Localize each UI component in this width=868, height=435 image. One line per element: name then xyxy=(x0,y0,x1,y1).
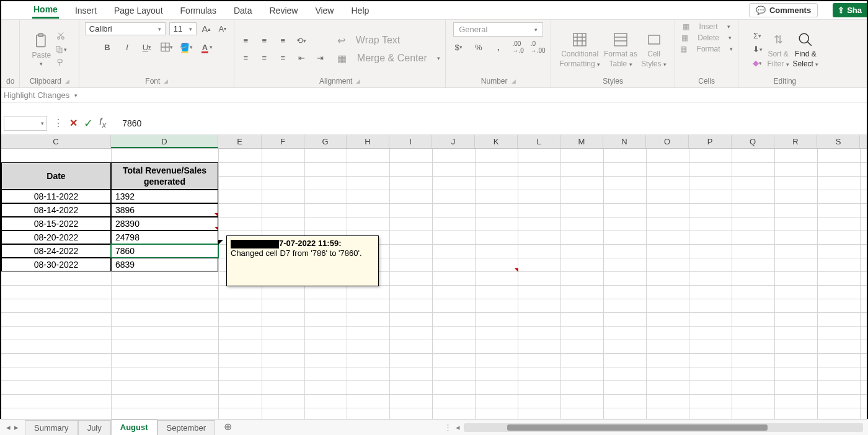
sheet-tab-summary[interactable]: Summary xyxy=(25,420,78,435)
wrap-text-button[interactable]: ↩ Wrap Text xyxy=(337,35,440,46)
add-sheet-button[interactable]: ⊕ xyxy=(215,418,241,435)
cell-value[interactable]: 3896 xyxy=(111,203,218,217)
column-header-C[interactable]: C xyxy=(1,135,111,148)
sheet-tab-july[interactable]: July xyxy=(78,420,111,435)
column-header-J[interactable]: J xyxy=(432,135,475,148)
paste-button[interactable]: Paste ▾ xyxy=(32,32,51,67)
font-color-button[interactable]: A▾ xyxy=(200,42,213,53)
column-header-M[interactable]: M xyxy=(560,135,603,148)
tab-page-layout[interactable]: Page Layout xyxy=(113,3,164,18)
increase-indent-button[interactable]: ⇥ xyxy=(314,53,326,64)
column-header-S[interactable]: S xyxy=(817,135,860,148)
cell-value[interactable]: 1392 xyxy=(111,190,218,203)
formula-input[interactable]: 7860 xyxy=(117,118,864,128)
tab-data[interactable]: Data xyxy=(232,3,254,18)
tab-view[interactable]: View xyxy=(314,3,335,18)
bold-button[interactable]: B xyxy=(101,42,113,53)
format-cells-button[interactable]: ▦ Format ▾ xyxy=(680,45,733,53)
active-cell[interactable]: 7860 xyxy=(111,244,218,258)
align-bottom-button[interactable]: ≡ xyxy=(277,35,289,46)
decrease-decimal-button[interactable]: .0→.00 xyxy=(532,42,544,53)
decrease-indent-button[interactable]: ⇤ xyxy=(295,53,308,64)
cell-value[interactable]: 6839 xyxy=(111,258,218,271)
insert-cells-button[interactable]: ▦ Insert ▾ xyxy=(683,22,730,31)
column-header-I[interactable]: I xyxy=(389,135,432,148)
cell-date[interactable]: 08-14-2022 xyxy=(1,203,111,217)
fx-menu-icon[interactable]: ⋮ xyxy=(53,117,63,129)
header-date[interactable]: Date xyxy=(1,162,111,190)
increase-decimal-button[interactable]: .00→.0 xyxy=(512,42,525,53)
percent-button[interactable]: % xyxy=(472,42,485,53)
name-box[interactable]: ▾ xyxy=(4,116,47,131)
highlight-changes-button[interactable]: Highlight Changes xyxy=(4,90,69,100)
cell-value[interactable]: 28390 xyxy=(111,217,218,231)
fill-button[interactable]: ⬇ ▾ xyxy=(751,44,764,55)
cell-value[interactable]: 24798 xyxy=(111,231,218,244)
delete-cells-button[interactable]: ▦ Delete ▾ xyxy=(681,33,732,42)
column-headers[interactable]: CDEFGHIJKLMNOPQRS xyxy=(1,135,867,149)
underline-button[interactable]: U ▾ xyxy=(141,42,153,53)
align-left-button[interactable]: ≡ xyxy=(239,53,252,64)
decrease-font-button[interactable]: A▾ xyxy=(216,24,229,35)
tab-review[interactable]: Review xyxy=(268,3,299,18)
font-name-select[interactable]: Calibri▾ xyxy=(85,22,166,35)
increase-font-button[interactable]: A▴ xyxy=(200,24,213,35)
cell-date[interactable]: 08-30-2022 xyxy=(1,258,111,271)
align-right-button[interactable]: ≡ xyxy=(277,53,289,64)
orientation-button[interactable]: ⟲▾ xyxy=(295,35,308,46)
cell-date[interactable]: 08-20-2022 xyxy=(1,231,111,244)
column-header-E[interactable]: E xyxy=(218,135,262,148)
dialog-launcher-icon[interactable]: ◢ xyxy=(164,78,168,84)
merge-center-button[interactable]: ▦ Merge & Center ▾ xyxy=(337,53,440,64)
autosum-button[interactable]: Σ ▾ xyxy=(751,30,764,42)
column-header-D[interactable]: D xyxy=(111,135,218,148)
column-header-F[interactable]: F xyxy=(262,135,304,148)
column-header-K[interactable]: K xyxy=(475,135,518,148)
column-header-R[interactable]: R xyxy=(774,135,817,148)
cell-date[interactable]: 08-24-2022 xyxy=(1,244,111,258)
header-revenue[interactable]: Total Revenue/Sales generated xyxy=(111,162,218,190)
dialog-launcher-icon[interactable]: ◢ xyxy=(65,78,69,84)
column-header-H[interactable]: H xyxy=(347,135,389,148)
confirm-edit-button[interactable]: ✓ xyxy=(84,116,93,130)
horizontal-scrollbar[interactable] xyxy=(464,423,863,432)
sheet-nav-prev-icon[interactable]: ◂ xyxy=(6,423,11,432)
hscroll-split-icon[interactable]: ⋮ xyxy=(444,423,452,432)
hscroll-left-icon[interactable]: ◂ xyxy=(456,423,460,432)
cell-date[interactable]: 08-15-2022 xyxy=(1,217,111,231)
spreadsheet-grid[interactable]: CDEFGHIJKLMNOPQRS DateTotal Revenue/Sale… xyxy=(1,135,867,419)
share-button[interactable]: ⇪ Sha xyxy=(833,3,867,17)
tab-formulas[interactable]: Formulas xyxy=(179,3,218,18)
tab-home[interactable]: Home xyxy=(32,2,59,19)
sheet-nav-next-icon[interactable]: ▸ xyxy=(14,423,19,432)
sort-filter-button[interactable]: ⇅ Sort & Filter ▾ xyxy=(768,31,789,68)
border-button[interactable]: ▾ xyxy=(161,42,173,53)
cut-button[interactable] xyxy=(55,30,67,42)
cancel-edit-button[interactable]: ✕ xyxy=(69,117,78,129)
copy-button[interactable]: ▾ xyxy=(55,44,67,55)
column-header-O[interactable]: O xyxy=(646,135,689,148)
tab-insert[interactable]: Insert xyxy=(74,3,98,18)
column-header-Q[interactable]: Q xyxy=(732,135,774,148)
column-header-P[interactable]: P xyxy=(689,135,732,148)
align-middle-button[interactable]: ≡ xyxy=(258,35,270,46)
comments-button[interactable]: 💬 Comments xyxy=(749,3,818,17)
clear-button[interactable]: ◆ ▾ xyxy=(751,58,764,69)
fx-icon[interactable]: fx xyxy=(99,116,111,130)
accounting-format-button[interactable]: $▾ xyxy=(453,42,465,53)
italic-button[interactable]: I xyxy=(121,42,133,53)
font-size-select[interactable]: 11▾ xyxy=(169,22,197,35)
sheet-tab-august[interactable]: August xyxy=(111,420,157,435)
qat-dropdown-icon[interactable]: ▾ xyxy=(74,92,78,99)
format-painter-button[interactable] xyxy=(55,58,67,69)
dialog-launcher-icon[interactable]: ◢ xyxy=(512,78,516,84)
align-center-button[interactable]: ≡ xyxy=(258,53,270,64)
comma-button[interactable]: , xyxy=(492,42,505,53)
find-select-button[interactable]: Find & Select ▾ xyxy=(793,31,819,68)
dialog-launcher-icon[interactable]: ◢ xyxy=(356,78,360,84)
column-header-N[interactable]: N xyxy=(603,135,646,148)
cell-date[interactable]: 08-11-2022 xyxy=(1,190,111,203)
tab-help[interactable]: Help xyxy=(350,3,370,18)
sheet-tab-september[interactable]: September xyxy=(157,420,216,435)
format-as-table-button[interactable]: Format as Table ▾ xyxy=(604,31,637,68)
